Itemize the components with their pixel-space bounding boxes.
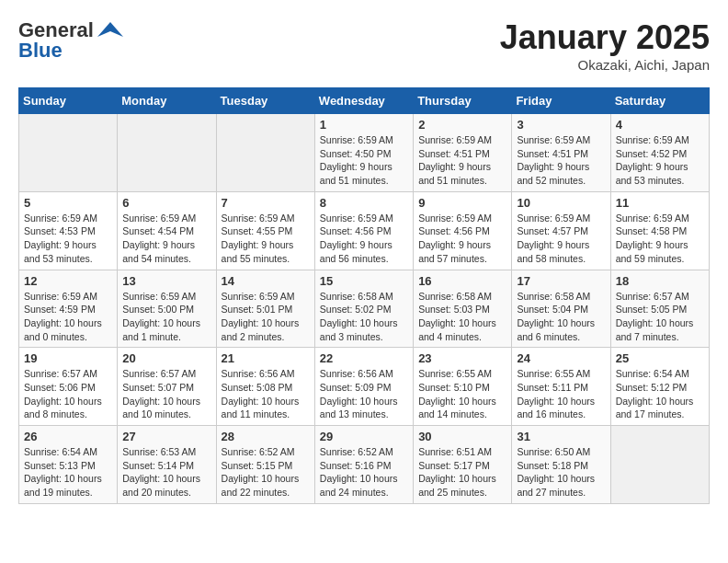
calendar-cell: 31Sunrise: 6:50 AM Sunset: 5:18 PM Dayli… <box>512 426 610 504</box>
day-info: Sunrise: 6:59 AM Sunset: 4:56 PM Dayligh… <box>320 212 408 266</box>
day-number: 14 <box>222 274 310 288</box>
logo: General Blue <box>18 18 125 63</box>
day-number: 3 <box>517 118 605 132</box>
header-day-monday: Monday <box>118 88 216 114</box>
day-number: 15 <box>320 274 408 288</box>
calendar-cell <box>118 114 216 192</box>
day-number: 27 <box>122 430 210 443</box>
day-info: Sunrise: 6:50 AM Sunset: 5:18 PM Dayligh… <box>517 445 605 500</box>
page-header: General Blue January 2025 Okazaki, Aichi… <box>18 18 710 73</box>
day-number: 24 <box>517 351 605 365</box>
day-number: 18 <box>616 274 704 288</box>
calendar-cell: 7Sunrise: 6:59 AM Sunset: 4:55 PM Daylig… <box>216 191 314 270</box>
calendar-cell: 9Sunrise: 6:59 AM Sunset: 4:56 PM Daylig… <box>414 191 512 270</box>
calendar-cell: 8Sunrise: 6:59 AM Sunset: 4:56 PM Daylig… <box>314 191 413 270</box>
calendar-cell: 1Sunrise: 6:59 AM Sunset: 4:50 PM Daylig… <box>314 114 413 192</box>
week-row-1: 1Sunrise: 6:59 AM Sunset: 4:50 PM Daylig… <box>19 114 710 192</box>
day-info: Sunrise: 6:59 AM Sunset: 4:52 PM Dayligh… <box>616 133 704 188</box>
day-info: Sunrise: 6:52 AM Sunset: 5:15 PM Dayligh… <box>222 445 310 500</box>
day-number: 1 <box>320 118 408 132</box>
day-info: Sunrise: 6:59 AM Sunset: 4:54 PM Dayligh… <box>122 212 210 266</box>
header-day-wednesday: Wednesday <box>314 88 413 114</box>
calendar-cell: 11Sunrise: 6:59 AM Sunset: 4:58 PM Dayli… <box>610 191 709 270</box>
day-number: 17 <box>517 274 605 288</box>
calendar-cell: 12Sunrise: 6:59 AM Sunset: 4:59 PM Dayli… <box>19 270 118 348</box>
day-number: 19 <box>24 351 112 365</box>
calendar-cell: 3Sunrise: 6:59 AM Sunset: 4:51 PM Daylig… <box>512 114 610 192</box>
calendar-cell: 19Sunrise: 6:57 AM Sunset: 5:06 PM Dayli… <box>19 348 118 426</box>
calendar-cell: 29Sunrise: 6:52 AM Sunset: 5:16 PM Dayli… <box>314 426 413 504</box>
day-info: Sunrise: 6:59 AM Sunset: 4:58 PM Dayligh… <box>616 212 704 266</box>
day-number: 21 <box>222 351 310 365</box>
day-number: 30 <box>418 430 506 443</box>
calendar-cell: 26Sunrise: 6:54 AM Sunset: 5:13 PM Dayli… <box>19 426 118 504</box>
day-number: 10 <box>517 196 605 210</box>
day-number: 22 <box>320 351 408 365</box>
calendar-cell: 5Sunrise: 6:59 AM Sunset: 4:53 PM Daylig… <box>19 191 118 270</box>
day-number: 11 <box>616 196 704 210</box>
day-number: 31 <box>517 430 605 443</box>
day-info: Sunrise: 6:59 AM Sunset: 4:51 PM Dayligh… <box>517 133 605 188</box>
day-number: 8 <box>320 196 408 210</box>
calendar-cell: 28Sunrise: 6:52 AM Sunset: 5:15 PM Dayli… <box>216 426 314 504</box>
logo-blue-text: Blue <box>18 39 63 63</box>
week-row-2: 5Sunrise: 6:59 AM Sunset: 4:53 PM Daylig… <box>19 191 710 270</box>
day-info: Sunrise: 6:59 AM Sunset: 4:50 PM Dayligh… <box>320 133 408 188</box>
calendar-cell <box>610 426 709 504</box>
calendar-cell: 17Sunrise: 6:58 AM Sunset: 5:04 PM Dayli… <box>512 270 610 348</box>
week-row-5: 26Sunrise: 6:54 AM Sunset: 5:13 PM Dayli… <box>19 426 710 504</box>
day-info: Sunrise: 6:59 AM Sunset: 5:01 PM Dayligh… <box>222 290 310 344</box>
month-title: January 2025 <box>500 18 710 57</box>
header-day-sunday: Sunday <box>19 88 118 114</box>
day-number: 16 <box>418 274 506 288</box>
day-info: Sunrise: 6:56 AM Sunset: 5:08 PM Dayligh… <box>222 367 310 421</box>
day-number: 29 <box>320 430 408 443</box>
day-info: Sunrise: 6:57 AM Sunset: 5:05 PM Dayligh… <box>616 290 704 344</box>
calendar-table: SundayMondayTuesdayWednesdayThursdayFrid… <box>18 87 710 504</box>
day-info: Sunrise: 6:54 AM Sunset: 5:13 PM Dayligh… <box>24 445 112 500</box>
day-number: 6 <box>122 196 210 210</box>
calendar-cell: 21Sunrise: 6:56 AM Sunset: 5:08 PM Dayli… <box>216 348 314 426</box>
calendar-cell: 24Sunrise: 6:55 AM Sunset: 5:11 PM Dayli… <box>512 348 610 426</box>
day-info: Sunrise: 6:59 AM Sunset: 4:55 PM Dayligh… <box>222 212 310 266</box>
calendar-cell: 16Sunrise: 6:58 AM Sunset: 5:03 PM Dayli… <box>414 270 512 348</box>
week-row-4: 19Sunrise: 6:57 AM Sunset: 5:06 PM Dayli… <box>19 348 710 426</box>
day-number: 7 <box>222 196 310 210</box>
header-day-friday: Friday <box>512 88 610 114</box>
day-info: Sunrise: 6:55 AM Sunset: 5:11 PM Dayligh… <box>517 367 605 421</box>
day-number: 26 <box>24 430 112 443</box>
day-info: Sunrise: 6:51 AM Sunset: 5:17 PM Dayligh… <box>418 445 506 500</box>
header-day-tuesday: Tuesday <box>216 88 314 114</box>
day-number: 28 <box>222 430 310 443</box>
calendar-cell: 22Sunrise: 6:56 AM Sunset: 5:09 PM Dayli… <box>314 348 413 426</box>
calendar-cell: 10Sunrise: 6:59 AM Sunset: 4:57 PM Dayli… <box>512 191 610 270</box>
header-day-saturday: Saturday <box>610 88 709 114</box>
day-info: Sunrise: 6:57 AM Sunset: 5:07 PM Dayligh… <box>122 367 210 421</box>
day-info: Sunrise: 6:59 AM Sunset: 4:59 PM Dayligh… <box>24 290 112 344</box>
calendar-cell: 30Sunrise: 6:51 AM Sunset: 5:17 PM Dayli… <box>414 426 512 504</box>
day-number: 4 <box>616 118 704 132</box>
day-info: Sunrise: 6:53 AM Sunset: 5:14 PM Dayligh… <box>122 445 210 500</box>
header-day-thursday: Thursday <box>414 88 512 114</box>
day-info: Sunrise: 6:57 AM Sunset: 5:06 PM Dayligh… <box>24 367 112 421</box>
day-number: 5 <box>24 196 112 210</box>
day-info: Sunrise: 6:58 AM Sunset: 5:02 PM Dayligh… <box>320 290 408 344</box>
week-row-3: 12Sunrise: 6:59 AM Sunset: 4:59 PM Dayli… <box>19 270 710 348</box>
day-info: Sunrise: 6:56 AM Sunset: 5:09 PM Dayligh… <box>320 367 408 421</box>
calendar-cell <box>19 114 118 192</box>
day-info: Sunrise: 6:59 AM Sunset: 4:57 PM Dayligh… <box>517 212 605 266</box>
calendar-cell: 20Sunrise: 6:57 AM Sunset: 5:07 PM Dayli… <box>118 348 216 426</box>
location-text: Okazaki, Aichi, Japan <box>500 57 710 73</box>
day-info: Sunrise: 6:59 AM Sunset: 5:00 PM Dayligh… <box>122 290 210 344</box>
day-info: Sunrise: 6:52 AM Sunset: 5:16 PM Dayligh… <box>320 445 408 500</box>
day-info: Sunrise: 6:58 AM Sunset: 5:04 PM Dayligh… <box>517 290 605 344</box>
calendar-cell: 15Sunrise: 6:58 AM Sunset: 5:02 PM Dayli… <box>314 270 413 348</box>
day-info: Sunrise: 6:58 AM Sunset: 5:03 PM Dayligh… <box>418 290 506 344</box>
calendar-cell: 18Sunrise: 6:57 AM Sunset: 5:05 PM Dayli… <box>610 270 709 348</box>
calendar-cell: 25Sunrise: 6:54 AM Sunset: 5:12 PM Dayli… <box>610 348 709 426</box>
day-number: 20 <box>122 351 210 365</box>
day-info: Sunrise: 6:55 AM Sunset: 5:10 PM Dayligh… <box>418 367 506 421</box>
day-number: 25 <box>616 351 704 365</box>
day-number: 2 <box>418 118 506 132</box>
day-info: Sunrise: 6:54 AM Sunset: 5:12 PM Dayligh… <box>616 367 704 421</box>
